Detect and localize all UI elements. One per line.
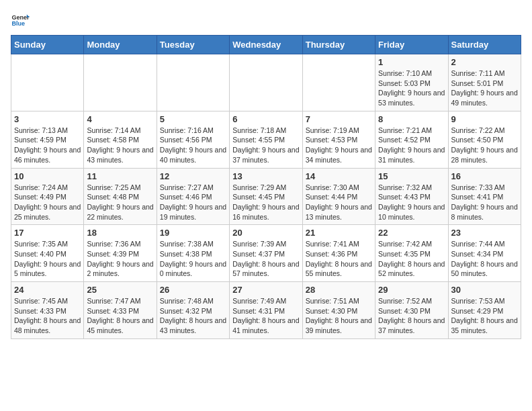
calendar-cell: 25Sunrise: 7:47 AM Sunset: 4:33 PM Dayli… [84, 282, 157, 339]
calendar-body: 1Sunrise: 7:10 AM Sunset: 5:03 PM Daylig… [11, 54, 521, 339]
day-info: Sunrise: 7:42 AM Sunset: 4:35 PM Dayligh… [378, 239, 445, 279]
calendar-cell: 29Sunrise: 7:52 AM Sunset: 4:30 PM Dayli… [375, 282, 448, 339]
day-info: Sunrise: 7:27 AM Sunset: 4:46 PM Dayligh… [160, 183, 226, 222]
logo: General Blue [11, 11, 30, 30]
day-header-tuesday: Tuesday [157, 36, 229, 54]
calendar-cell: 12Sunrise: 7:27 AM Sunset: 4:46 PM Dayli… [157, 168, 229, 225]
day-header-sunday: Sunday [11, 36, 84, 54]
day-number: 3 [14, 114, 81, 124]
calendar-cell: 20Sunrise: 7:39 AM Sunset: 4:37 PM Dayli… [230, 225, 302, 282]
calendar-cell [302, 54, 375, 111]
calendar-week-3: 10Sunrise: 7:24 AM Sunset: 4:49 PM Dayli… [11, 168, 521, 225]
day-info: Sunrise: 7:19 AM Sunset: 4:53 PM Dayligh… [306, 126, 372, 165]
day-info: Sunrise: 7:49 AM Sunset: 4:31 PM Dayligh… [232, 296, 299, 336]
day-info: Sunrise: 7:24 AM Sunset: 4:49 PM Dayligh… [14, 183, 81, 222]
calendar-cell: 4Sunrise: 7:14 AM Sunset: 4:58 PM Daylig… [84, 111, 157, 168]
day-info: Sunrise: 7:10 AM Sunset: 5:03 PM Dayligh… [378, 68, 445, 108]
calendar-cell: 16Sunrise: 7:33 AM Sunset: 4:41 PM Dayli… [448, 168, 521, 225]
day-info: Sunrise: 7:52 AM Sunset: 4:30 PM Dayligh… [378, 296, 445, 336]
day-number: 4 [87, 114, 153, 124]
day-info: Sunrise: 7:16 AM Sunset: 4:56 PM Dayligh… [160, 126, 226, 165]
calendar-cell: 9Sunrise: 7:22 AM Sunset: 4:50 PM Daylig… [448, 111, 521, 168]
day-header-saturday: Saturday [448, 36, 521, 54]
day-info: Sunrise: 7:44 AM Sunset: 4:34 PM Dayligh… [451, 239, 518, 279]
day-number: 14 [306, 171, 372, 181]
day-number: 1 [378, 57, 445, 67]
calendar-cell: 27Sunrise: 7:49 AM Sunset: 4:31 PM Dayli… [230, 282, 302, 339]
day-info: Sunrise: 7:45 AM Sunset: 4:33 PM Dayligh… [14, 296, 81, 336]
calendar-cell: 5Sunrise: 7:16 AM Sunset: 4:56 PM Daylig… [157, 111, 229, 168]
day-info: Sunrise: 7:11 AM Sunset: 5:01 PM Dayligh… [451, 68, 518, 108]
day-number: 21 [306, 228, 372, 238]
day-info: Sunrise: 7:36 AM Sunset: 4:39 PM Dayligh… [87, 239, 153, 279]
day-header-monday: Monday [84, 36, 157, 54]
calendar-cell: 30Sunrise: 7:53 AM Sunset: 4:29 PM Dayli… [448, 282, 521, 339]
day-number: 25 [87, 285, 153, 295]
day-number: 26 [160, 285, 226, 295]
day-number: 11 [87, 171, 153, 181]
calendar-cell: 7Sunrise: 7:19 AM Sunset: 4:53 PM Daylig… [302, 111, 375, 168]
day-number: 16 [451, 171, 518, 181]
calendar-cell: 21Sunrise: 7:41 AM Sunset: 4:36 PM Dayli… [302, 225, 375, 282]
day-info: Sunrise: 7:22 AM Sunset: 4:50 PM Dayligh… [451, 126, 518, 165]
calendar-cell [230, 54, 302, 111]
calendar-cell: 10Sunrise: 7:24 AM Sunset: 4:49 PM Dayli… [11, 168, 84, 225]
day-number: 8 [378, 114, 445, 124]
day-info: Sunrise: 7:48 AM Sunset: 4:32 PM Dayligh… [160, 296, 226, 336]
day-info: Sunrise: 7:18 AM Sunset: 4:55 PM Dayligh… [232, 126, 299, 165]
day-info: Sunrise: 7:53 AM Sunset: 4:29 PM Dayligh… [451, 296, 518, 336]
calendar-cell: 17Sunrise: 7:35 AM Sunset: 4:40 PM Dayli… [11, 225, 84, 282]
day-number: 17 [14, 228, 81, 238]
day-info: Sunrise: 7:33 AM Sunset: 4:41 PM Dayligh… [451, 183, 518, 222]
calendar-week-1: 1Sunrise: 7:10 AM Sunset: 5:03 PM Daylig… [11, 54, 521, 111]
calendar-cell [157, 54, 229, 111]
day-number: 18 [87, 228, 153, 238]
svg-text:Blue: Blue [11, 20, 25, 27]
day-info: Sunrise: 7:29 AM Sunset: 4:45 PM Dayligh… [232, 183, 299, 222]
day-info: Sunrise: 7:32 AM Sunset: 4:43 PM Dayligh… [378, 183, 445, 222]
day-number: 29 [378, 285, 445, 295]
calendar-cell: 14Sunrise: 7:30 AM Sunset: 4:44 PM Dayli… [302, 168, 375, 225]
calendar-cell: 24Sunrise: 7:45 AM Sunset: 4:33 PM Dayli… [11, 282, 84, 339]
day-number: 12 [160, 171, 226, 181]
calendar-cell: 8Sunrise: 7:21 AM Sunset: 4:52 PM Daylig… [375, 111, 448, 168]
calendar-cell: 2Sunrise: 7:11 AM Sunset: 5:01 PM Daylig… [448, 54, 521, 111]
calendar-week-5: 24Sunrise: 7:45 AM Sunset: 4:33 PM Dayli… [11, 282, 521, 339]
day-number: 2 [451, 57, 518, 67]
calendar-cell: 11Sunrise: 7:25 AM Sunset: 4:48 PM Dayli… [84, 168, 157, 225]
day-number: 15 [378, 171, 445, 181]
day-info: Sunrise: 7:51 AM Sunset: 4:30 PM Dayligh… [306, 296, 372, 336]
calendar-cell: 3Sunrise: 7:13 AM Sunset: 4:59 PM Daylig… [11, 111, 84, 168]
day-number: 23 [451, 228, 518, 238]
day-info: Sunrise: 7:41 AM Sunset: 4:36 PM Dayligh… [306, 239, 372, 279]
day-info: Sunrise: 7:25 AM Sunset: 4:48 PM Dayligh… [87, 183, 153, 222]
calendar-cell: 23Sunrise: 7:44 AM Sunset: 4:34 PM Dayli… [448, 225, 521, 282]
calendar-cell: 22Sunrise: 7:42 AM Sunset: 4:35 PM Dayli… [375, 225, 448, 282]
header: General Blue [11, 11, 521, 30]
day-header-thursday: Thursday [302, 36, 375, 54]
day-number: 28 [306, 285, 372, 295]
day-number: 10 [14, 171, 81, 181]
calendar-cell [11, 54, 84, 111]
calendar-header-row: SundayMondayTuesdayWednesdayThursdayFrid… [11, 36, 521, 54]
calendar-cell: 1Sunrise: 7:10 AM Sunset: 5:03 PM Daylig… [375, 54, 448, 111]
day-info: Sunrise: 7:14 AM Sunset: 4:58 PM Dayligh… [87, 126, 153, 165]
day-number: 30 [451, 285, 518, 295]
calendar-cell: 13Sunrise: 7:29 AM Sunset: 4:45 PM Dayli… [230, 168, 302, 225]
day-number: 19 [160, 228, 226, 238]
day-number: 6 [232, 114, 299, 124]
day-number: 7 [306, 114, 372, 124]
calendar-cell: 19Sunrise: 7:38 AM Sunset: 4:38 PM Dayli… [157, 225, 229, 282]
calendar-cell [84, 54, 157, 111]
day-info: Sunrise: 7:21 AM Sunset: 4:52 PM Dayligh… [378, 126, 445, 165]
day-info: Sunrise: 7:30 AM Sunset: 4:44 PM Dayligh… [306, 183, 372, 222]
day-info: Sunrise: 7:13 AM Sunset: 4:59 PM Dayligh… [14, 126, 81, 165]
calendar-cell: 28Sunrise: 7:51 AM Sunset: 4:30 PM Dayli… [302, 282, 375, 339]
calendar-cell: 6Sunrise: 7:18 AM Sunset: 4:55 PM Daylig… [230, 111, 302, 168]
day-header-friday: Friday [375, 36, 448, 54]
day-number: 24 [14, 285, 81, 295]
day-info: Sunrise: 7:47 AM Sunset: 4:33 PM Dayligh… [87, 296, 153, 336]
day-info: Sunrise: 7:39 AM Sunset: 4:37 PM Dayligh… [232, 239, 299, 279]
calendar-week-2: 3Sunrise: 7:13 AM Sunset: 4:59 PM Daylig… [11, 111, 521, 168]
day-number: 27 [232, 285, 299, 295]
